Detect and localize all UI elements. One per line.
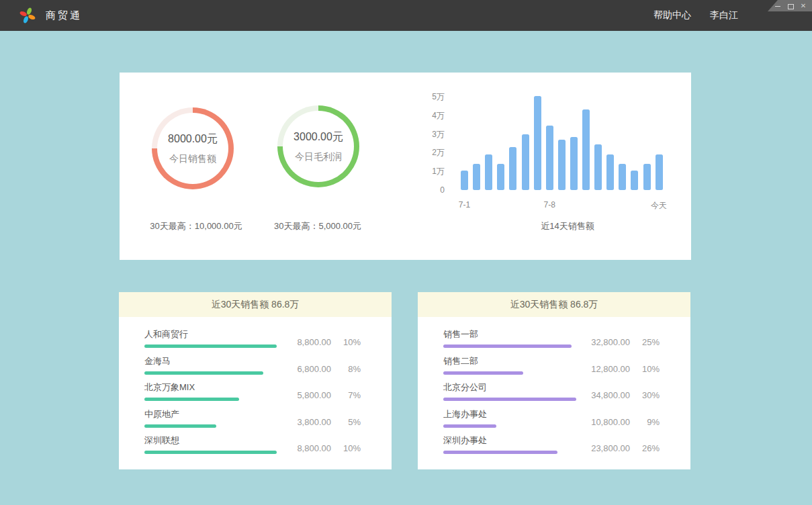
sales-bar <box>643 164 651 190</box>
rank-row: 深圳联想8,800.0010% <box>144 434 361 461</box>
today-sales-value: 8000.00元 <box>168 132 218 146</box>
rank-row: 人和商贸行8,800.0010% <box>144 328 361 355</box>
x-axis-tick-label: 今天 <box>651 200 667 212</box>
rank-row-values: 8,800.0010% <box>272 337 361 347</box>
today-sales-gauge-center: 8000.00元 今日销售额 <box>157 113 228 184</box>
rank-row-bar <box>443 371 523 375</box>
app-title: 商贸通 <box>46 0 82 31</box>
y-axis-tick-label: 1万 <box>402 166 445 177</box>
rank-row-values: 5,800.007% <box>272 390 361 400</box>
rank-row-bar <box>144 424 216 428</box>
today-profit-gauge-center: 3000.00元 今日毛利润 <box>283 111 354 182</box>
rank-row-values: 23,800.0026% <box>571 443 660 453</box>
rank-row-bar <box>144 398 239 401</box>
customer-rank-title: 近30天销售额 86.8万 <box>119 292 392 317</box>
rank-row-values: 8,800.0010% <box>272 443 361 453</box>
sales-bar <box>522 134 529 190</box>
profit-30d-max-caption: 30天最高：5,000.00元 <box>237 220 398 232</box>
today-sales-gauge: 8000.00元 今日销售额 <box>152 107 234 189</box>
help-center-link[interactable]: 帮助中心 <box>653 9 691 21</box>
rank-row-amount: 12,800.00 <box>571 364 630 374</box>
rank-row: 销售一部32,800.0025% <box>443 328 660 355</box>
rank-row-bar <box>443 451 557 454</box>
rank-row-values: 6,800.008% <box>272 364 361 374</box>
rank-row-bar <box>443 398 576 401</box>
rank-row-amount: 3,800.00 <box>272 417 331 427</box>
rank-row: 金海马6,800.008% <box>144 355 361 382</box>
today-sales-label: 今日销售额 <box>169 153 216 165</box>
rank-row-amount: 32,800.00 <box>571 337 630 347</box>
rank-row-amount: 5,800.00 <box>272 390 331 400</box>
sales-bar <box>485 154 492 190</box>
sales-chart-x-axis: 7-17-8今天 <box>461 200 664 211</box>
rank-row-percent: 9% <box>630 417 660 427</box>
app-logo-pinwheel-icon <box>19 7 36 24</box>
sales-bar <box>558 140 566 190</box>
rank-row-percent: 8% <box>331 364 361 374</box>
customer-rank-list: 人和商贸行8,800.0010%金海马6,800.008%北京万象MIX5,80… <box>119 317 392 461</box>
rank-row-values: 34,800.0030% <box>571 390 660 400</box>
rank-row: 北京万象MIX5,800.007% <box>144 381 361 408</box>
minimize-icon[interactable] <box>774 3 781 9</box>
x-axis-tick-label: 7-1 <box>459 200 470 210</box>
rank-row-amount: 10,800.00 <box>571 417 630 427</box>
rank-row-percent: 25% <box>630 337 660 347</box>
y-axis-tick-label: 5万 <box>402 91 445 102</box>
rank-row-values: 10,800.009% <box>571 417 660 427</box>
sales-bar <box>509 147 516 190</box>
rank-row-amount: 8,800.00 <box>272 443 331 453</box>
user-name-link[interactable]: 李白江 <box>710 9 738 21</box>
sales-bar <box>606 154 614 190</box>
rank-row-percent: 10% <box>331 337 361 347</box>
today-profit-value: 3000.00元 <box>294 130 343 144</box>
y-axis-tick-label: 4万 <box>402 110 445 121</box>
rank-row-bar <box>443 345 572 348</box>
sales-bar <box>570 137 578 190</box>
overview-card: 8000.00元 今日销售额 3000.00元 今日毛利润 30天最高：10,0… <box>120 73 691 260</box>
titlebar: 商贸通 帮助中心 李白江 ✕ <box>0 0 812 31</box>
sales-chart-plot <box>461 97 664 190</box>
sales-chart-y-axis: 5万4万3万2万1万0 <box>402 97 445 194</box>
rank-row: 中原地产3,800.005% <box>144 408 361 435</box>
rank-row-percent: 30% <box>630 390 660 400</box>
sales-bar <box>631 171 638 190</box>
sales-chart-title: 近14天销售额 <box>487 220 648 232</box>
close-icon[interactable]: ✕ <box>800 3 807 9</box>
sales-bar <box>546 126 553 190</box>
rank-row: 销售二部12,800.0010% <box>443 355 660 382</box>
department-rank-card: 近30天销售额 86.8万 销售一部32,800.0025%销售二部12,800… <box>418 292 690 469</box>
rank-row: 上海办事处10,800.009% <box>443 408 660 435</box>
rank-row-percent: 10% <box>331 443 361 453</box>
maximize-icon[interactable] <box>787 3 794 9</box>
rank-row-values: 3,800.005% <box>272 417 361 427</box>
y-axis-tick-label: 3万 <box>402 129 445 140</box>
x-axis-tick-label: 7-8 <box>544 200 555 210</box>
sales-bar <box>534 96 541 190</box>
rank-row-values: 12,800.0010% <box>571 364 660 374</box>
sales-bar <box>582 109 590 190</box>
rank-row-bar <box>144 451 277 454</box>
sales-bar <box>619 164 626 190</box>
window-controls: ✕ <box>768 0 812 11</box>
rank-row: 北京分公司34,800.0030% <box>443 381 660 408</box>
titlebar-right: 帮助中心 李白江 <box>653 0 738 31</box>
department-rank-list: 销售一部32,800.0025%销售二部12,800.0010%北京分公司34,… <box>418 317 690 461</box>
rank-row-amount: 23,800.00 <box>571 443 630 453</box>
rank-row-percent: 5% <box>331 417 361 427</box>
y-axis-tick-label: 0 <box>402 185 445 195</box>
rank-row-bar <box>144 371 263 375</box>
rank-row-percent: 26% <box>630 443 660 453</box>
department-rank-title: 近30天销售额 86.8万 <box>418 292 690 317</box>
rank-row-bar <box>144 345 277 348</box>
rank-row-amount: 34,800.00 <box>571 390 630 400</box>
sales-bar <box>594 144 602 190</box>
y-axis-tick-label: 2万 <box>402 147 445 158</box>
today-profit-gauge: 3000.00元 今日毛利润 <box>277 105 359 187</box>
app-window: 商贸通 帮助中心 李白江 ✕ 8000.00元 今日销售额 3000.00元 今… <box>0 0 812 505</box>
rank-row-values: 32,800.0025% <box>571 337 660 347</box>
today-profit-label: 今日毛利润 <box>295 151 342 163</box>
sales-bar <box>461 171 468 190</box>
rank-row-amount: 8,800.00 <box>272 337 331 347</box>
rank-row-bar <box>443 424 496 428</box>
rank-row-percent: 10% <box>630 364 660 374</box>
